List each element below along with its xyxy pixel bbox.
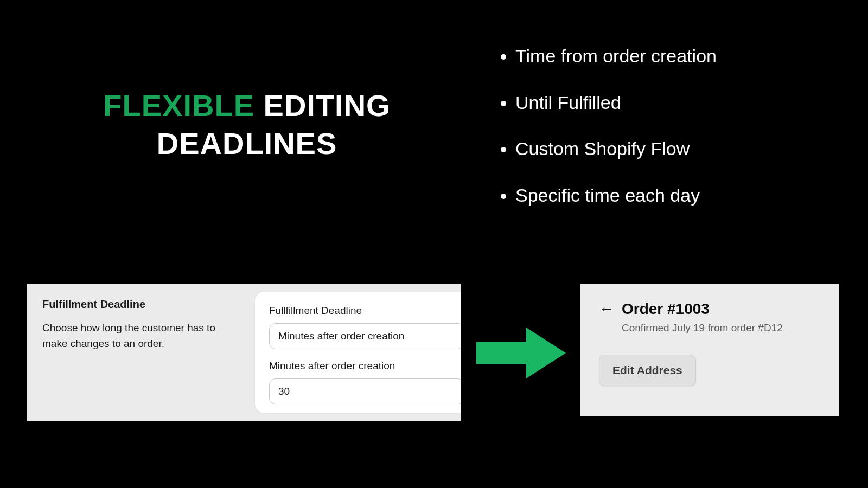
arrow-right-icon (476, 323, 566, 383)
minutes-input[interactable]: 30 (269, 378, 461, 404)
headline-word-accent: FLEXIBLE (103, 88, 254, 123)
settings-section-description: Choose how long the customer has to make… (42, 320, 240, 351)
settings-form-panel: Fullfillment Deadline Minutes after orde… (255, 292, 461, 413)
headline: FLEXIBLE EDITING DEADLINES (92, 87, 401, 163)
order-header: ← Order #1003 (599, 300, 820, 318)
settings-section-title: Fulfillment Deadline (42, 298, 240, 311)
headline-word-2: EDITING (264, 88, 391, 123)
order-card: ← Order #1003 Confirmed July 19 from ord… (580, 284, 839, 416)
headline-line-1: FLEXIBLE EDITING (92, 87, 401, 125)
back-arrow-icon[interactable]: ← (599, 301, 614, 317)
list-item: Specific time each day (515, 183, 717, 209)
settings-description-panel: Fulfillment Deadline Choose how long the… (27, 284, 255, 421)
order-subtitle: Confirmed July 19 from order #D12 (622, 322, 820, 334)
list-item: Until Fulfilled (515, 90, 717, 116)
edit-address-button[interactable]: Edit Address (599, 355, 696, 386)
order-title: Order #1003 (622, 300, 710, 318)
svg-marker-0 (476, 328, 566, 378)
list-item: Custom Shopify Flow (515, 136, 717, 162)
feature-bullets: Time from order creation Until Fulfilled… (515, 43, 717, 229)
deadline-select-label: Fullfillment Deadline (269, 305, 461, 317)
minutes-input-label: Minutes after order creation (269, 360, 461, 372)
deadline-select[interactable]: Minutes after order creation (269, 323, 461, 349)
list-item: Time from order creation (515, 43, 717, 69)
headline-line-2: DEADLINES (92, 125, 401, 163)
settings-card: Fulfillment Deadline Choose how long the… (27, 284, 461, 421)
